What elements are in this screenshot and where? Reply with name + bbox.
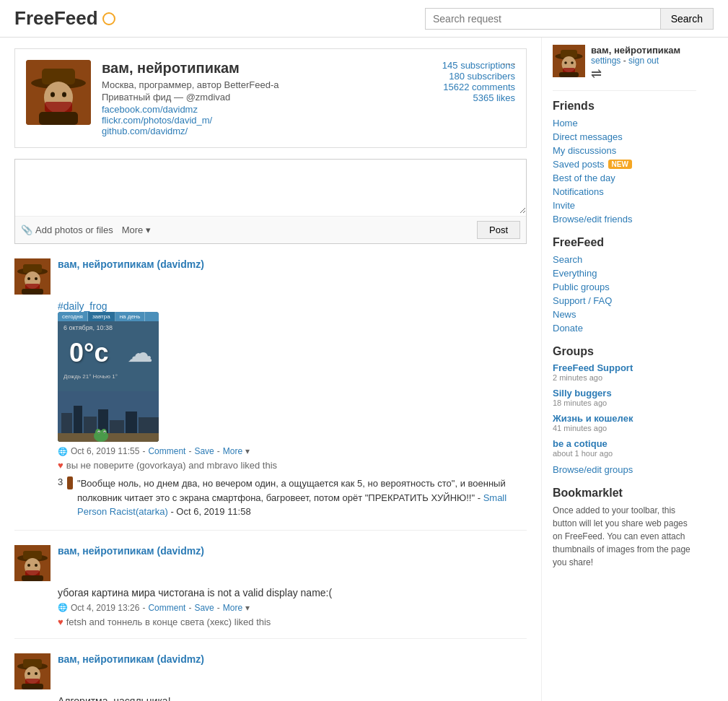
group-time: 2 minutes ago xyxy=(553,373,696,382)
direct-messages-link[interactable]: Direct messages xyxy=(553,131,623,142)
post-save-link[interactable]: Save xyxy=(194,446,214,456)
comments-link[interactable]: 15622 comments xyxy=(400,82,515,92)
weather-tab-now[interactable]: завтра xyxy=(88,312,115,321)
subscribers-link[interactable]: 180 subscribers xyxy=(400,71,515,82)
sidebar-groups-section: Groups FreeFeed Support 2 minutes ago Si… xyxy=(553,345,696,475)
links-separator: - xyxy=(623,56,628,66)
freefeed-section-title: FreeFeed xyxy=(553,236,696,249)
logo[interactable]: FreeFeed xyxy=(14,7,144,30)
post-more-link[interactable]: More xyxy=(223,446,242,456)
comment-count: 3 xyxy=(58,476,63,519)
svg-point-12 xyxy=(27,277,30,280)
post-more-chevron: ▾ xyxy=(245,446,250,456)
weather-info: Дождь 21° Ночью 1° xyxy=(58,372,159,381)
post-author-link[interactable]: вам, нейротипикам (davidmz) xyxy=(58,653,204,665)
svg-point-45 xyxy=(35,672,38,675)
groups-section-title: Groups xyxy=(553,345,696,358)
post-author-link[interactable]: вам, нейротипикам (davidmz) xyxy=(58,545,204,557)
profile-link-github[interactable]: github.com/davidmz/ xyxy=(102,126,389,136)
svg-point-13 xyxy=(35,277,38,280)
sidebar-item-discussions: My discussions xyxy=(553,144,696,156)
search-button[interactable]: Search xyxy=(660,8,714,30)
post-body: Алгоритма, насяльника! xyxy=(14,695,527,702)
group-name-link[interactable]: Silly buggers xyxy=(553,388,696,399)
best-of-day-link[interactable]: Best of the day xyxy=(553,173,615,183)
weather-tab-today[interactable]: сегодня xyxy=(58,312,88,321)
logo-circle-icon xyxy=(102,12,115,25)
search-input[interactable] xyxy=(425,8,660,30)
weather-temp-row: 0°c ☁ xyxy=(58,334,159,372)
settings-link[interactable]: settings xyxy=(591,56,620,66)
attach-button[interactable]: 📎 Add photos or files xyxy=(21,225,113,235)
svg-point-31 xyxy=(104,432,105,433)
svg-rect-54 xyxy=(563,68,575,73)
group-time: 41 minutes ago xyxy=(553,424,696,432)
weather-cloud-icon: ☁ xyxy=(127,338,153,368)
sync-icon: ⇌ xyxy=(591,66,696,82)
post-likes: ♥ fetsh and тоннель в конце света (хекс)… xyxy=(58,617,527,627)
post-separator2: - xyxy=(188,446,191,456)
profile-link-facebook[interactable]: facebook.com/davidmz xyxy=(102,104,389,115)
svg-point-5 xyxy=(62,92,66,97)
weather-tab-day[interactable]: на день xyxy=(115,312,146,321)
browse-groups-link[interactable]: Browse/edit groups xyxy=(553,464,633,475)
sign-out-link[interactable]: sign out xyxy=(628,56,659,66)
search-link[interactable]: Search xyxy=(553,254,582,265)
invite-link[interactable]: Invite xyxy=(553,200,575,211)
sidebar-item-browse-friends: Browse/edit friends xyxy=(553,213,696,225)
sidebar-item-bestofday: Best of the day xyxy=(553,172,696,183)
browse-friends-link[interactable]: Browse/edit friends xyxy=(553,214,633,225)
group-name-link[interactable]: be a cotique xyxy=(553,438,696,449)
post-date: Oct 4, 2019 13:26 xyxy=(71,603,139,613)
comment-author-link[interactable]: Small Person Racist(atarka) xyxy=(77,492,506,518)
public-groups-link[interactable]: Public groups xyxy=(553,282,610,292)
post-item: вам, нейротипикам (davidmz) убогая карти… xyxy=(14,545,527,639)
svg-rect-6 xyxy=(45,102,72,112)
post-save-link[interactable]: Save xyxy=(194,603,214,613)
likes-link[interactable]: 5365 likes xyxy=(400,92,515,103)
weather-scene xyxy=(58,391,159,442)
donate-link[interactable]: Donate xyxy=(553,323,583,334)
post-likes-text: вы не поверите (govorkaya) and mbravo li… xyxy=(66,460,277,471)
post-text: убогая картина мира чистогана is not a v… xyxy=(58,587,527,598)
post-comment-link[interactable]: Comment xyxy=(148,603,185,613)
post-separator3: - xyxy=(217,446,220,456)
group-item-life: Жизнь и кошелек 41 minutes ago xyxy=(553,413,696,432)
post-header: вам, нейротипикам (davidmz) xyxy=(14,545,527,581)
post-author-link[interactable]: вам, нейротипикам (davidmz) xyxy=(58,258,204,270)
group-time: about 1 hour ago xyxy=(553,449,696,458)
more-button[interactable]: More ▾ xyxy=(122,225,151,235)
post-comment-link[interactable]: Comment xyxy=(148,446,185,456)
saved-posts-link[interactable]: Saved posts NEW xyxy=(553,159,632,170)
post-author-info: вам, нейротипикам (davidmz) xyxy=(58,258,204,295)
my-discussions-link[interactable]: My discussions xyxy=(553,145,616,156)
search-form: Search xyxy=(425,8,714,30)
svg-point-36 xyxy=(27,564,30,567)
sidebar-avatar xyxy=(553,45,585,77)
weather-temperature: 0°c xyxy=(63,334,114,372)
post-date: Oct 6, 2019 11:55 xyxy=(71,446,139,456)
group-name-link[interactable]: Жизнь и кошелек xyxy=(553,413,696,424)
svg-point-4 xyxy=(51,92,55,97)
news-link[interactable]: News xyxy=(553,309,576,320)
support-faq-link[interactable]: Support / FAQ xyxy=(553,295,612,306)
group-name-link[interactable]: FreeFeed Support xyxy=(553,362,696,373)
profile-options-button[interactable]: ··· xyxy=(502,56,517,71)
post-author-info: вам, нейротипикам (davidmz) xyxy=(58,545,204,581)
subscriptions-link[interactable]: 145 subscriptions xyxy=(400,60,515,71)
notifications-link[interactable]: Notifications xyxy=(553,186,604,197)
svg-rect-7 xyxy=(39,112,78,125)
post-likes-text: fetsh and тоннель в конце света (хекс) l… xyxy=(66,617,271,627)
comment-body: "Вообще ноль, но днем два, но вечером од… xyxy=(77,476,527,519)
bookmarklet-description: Once added to your toolbar, this button … xyxy=(553,504,696,569)
sidebar-freefeed-section: FreeFeed Search Everything Public groups… xyxy=(553,236,696,334)
composer-textarea[interactable] xyxy=(15,160,526,214)
post-tag-link[interactable]: #daily_frog xyxy=(58,300,108,312)
freefeed-menu: Search Everything Public groups Support … xyxy=(553,253,696,334)
home-link[interactable]: Home xyxy=(553,118,578,129)
post-button[interactable]: Post xyxy=(477,221,520,239)
post-more-link[interactable]: More xyxy=(223,603,242,613)
profile-link-flickr[interactable]: flickr.com/photos/david_m/ xyxy=(102,115,389,126)
everything-link[interactable]: Everything xyxy=(553,268,597,279)
post-body: #daily_frog сегодня завтра на день 6 окт… xyxy=(14,300,527,519)
